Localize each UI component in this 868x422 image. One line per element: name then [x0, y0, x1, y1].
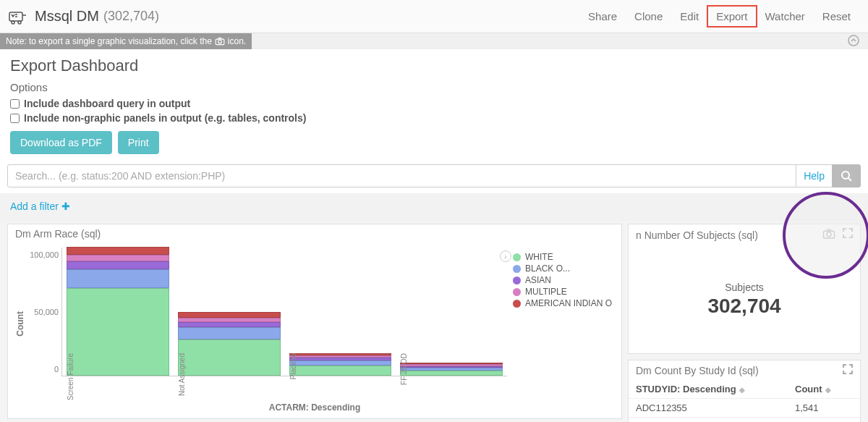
- note-text-suffix: icon.: [228, 36, 246, 46]
- legend-swatch: [513, 253, 521, 261]
- filter-bar: Add a filter ✚: [0, 193, 868, 221]
- search-bar: Help: [0, 164, 868, 193]
- subjects-value: 302,704: [707, 295, 780, 318]
- bar-segment[interactable]: [67, 255, 169, 261]
- legend: › WHITEBLACK O...ASIANMULTIPLEAMERICAN I…: [507, 248, 616, 400]
- ytick: 50,000: [34, 308, 59, 316]
- header-nav: Share Clone Edit Export Watcher Reset: [579, 6, 859, 27]
- bar-segment[interactable]: [67, 269, 169, 288]
- camera-icon: [215, 37, 225, 46]
- col-study-header[interactable]: STUDYID: Descending◆: [636, 384, 795, 394]
- note-bar: Note: to export a single graphic visuali…: [0, 33, 868, 49]
- nav-reset[interactable]: Reset: [814, 6, 859, 27]
- svg-point-2: [18, 21, 21, 24]
- bar-segment[interactable]: [67, 261, 169, 269]
- opt-include-nongraphic-checkbox[interactable]: [10, 114, 20, 123]
- x-tick-label: Not Assigned: [178, 353, 281, 396]
- export-title: Export Dashboard: [10, 56, 858, 75]
- table-row[interactable]: AL11115921,541: [629, 417, 860, 422]
- bar-segment[interactable]: [178, 312, 281, 318]
- nav-watcher[interactable]: Watcher: [757, 6, 814, 27]
- legend-next-icon[interactable]: ›: [500, 250, 511, 262]
- legend-label: AMERICAN INDIAN O...: [525, 298, 613, 308]
- expand-icon[interactable]: [843, 228, 853, 242]
- search-button[interactable]: [832, 164, 861, 187]
- plot-area: Screen FailureNot AssignedPlaceboFF 25 O…: [61, 248, 507, 376]
- bar-segment[interactable]: [178, 327, 281, 339]
- y-axis-label: Count: [14, 311, 27, 337]
- legend-item[interactable]: AMERICAN INDIAN O...: [513, 298, 613, 308]
- dashboard-icon: [9, 9, 27, 25]
- legend-swatch: [513, 300, 521, 308]
- svg-line-8: [848, 178, 851, 181]
- legend-label: ASIAN: [525, 275, 551, 285]
- opt-include-query-checkbox[interactable]: [10, 99, 20, 109]
- options-label: Options: [10, 81, 858, 93]
- search-icon: [841, 170, 852, 182]
- dashboard-body: Dm Arm Race (sql) Count 100,000 50,000 0…: [0, 221, 868, 422]
- export-panel: Export Dashboard Options Include dashboa…: [0, 49, 868, 164]
- collapse-icon[interactable]: [848, 35, 859, 48]
- svg-point-7: [842, 172, 849, 179]
- print-button[interactable]: Print: [118, 131, 159, 154]
- legend-item[interactable]: MULTIPLE: [513, 287, 613, 297]
- legend-label: MULTIPLE: [525, 287, 567, 297]
- svg-point-6: [848, 35, 859, 46]
- legend-label: WHITE: [525, 252, 553, 262]
- bar-segment[interactable]: [67, 247, 169, 255]
- table-row[interactable]: ADC1123551,541: [629, 398, 860, 417]
- cell-study: ADC112355: [636, 402, 795, 413]
- help-link[interactable]: Help: [796, 164, 832, 187]
- panel-table-title: Dm Count By Study Id (sql): [636, 365, 843, 376]
- bar-segment[interactable]: [178, 322, 281, 327]
- sort-icon: ◆: [739, 386, 745, 394]
- legend-swatch: [513, 288, 521, 296]
- ytick: 100,000: [30, 250, 59, 259]
- panel-dm-arm-race: Dm Arm Race (sql) Count 100,000 50,000 0…: [7, 224, 622, 419]
- x-tick-label: FF 25 OD: [400, 353, 503, 385]
- table-header: STUDYID: Descending◆ Count◆: [629, 380, 860, 398]
- plus-icon: ✚: [61, 201, 70, 212]
- ytick: 0: [54, 365, 59, 374]
- camera-icon[interactable]: [822, 228, 835, 242]
- add-filter-label: Add a filter: [10, 201, 59, 212]
- nav-clone[interactable]: Clone: [626, 6, 671, 27]
- opt-include-nongraphic[interactable]: Include non-graphic panels in output (e.…: [10, 112, 858, 124]
- svg-point-10: [827, 232, 831, 237]
- legend-item[interactable]: BLACK O...: [513, 263, 613, 274]
- opt-include-query[interactable]: Include dashboard query in output: [10, 98, 858, 109]
- record-count: (302,704): [103, 9, 159, 24]
- export-note: Note: to export a single graphic visuali…: [0, 33, 252, 49]
- panel-chart-title: Dm Arm Race (sql): [15, 228, 614, 240]
- download-pdf-button[interactable]: Download as PDF: [10, 131, 112, 154]
- x-tick-label: Screen Failure: [67, 353, 169, 400]
- svg-point-5: [218, 40, 221, 43]
- app-header: Mssql DM (302,704) Share Clone Edit Expo…: [0, 0, 868, 33]
- page-title: Mssql DM: [35, 8, 99, 25]
- cell-count: 1,541: [795, 402, 853, 413]
- legend-item[interactable]: WHITE: [513, 252, 613, 262]
- sort-icon: ◆: [825, 386, 831, 394]
- x-tick-label: Placebo: [289, 353, 392, 379]
- subjects-label: Subjects: [725, 282, 764, 293]
- legend-label: BLACK O...: [525, 263, 570, 274]
- nav-edit[interactable]: Edit: [671, 6, 707, 27]
- search-input[interactable]: [7, 164, 796, 187]
- y-ticks: 100,000 50,000 0: [27, 248, 61, 400]
- opt-include-query-label: Include dashboard query in output: [24, 98, 190, 109]
- legend-swatch: [513, 277, 521, 284]
- nav-export[interactable]: Export: [707, 6, 756, 27]
- x-axis-label: ACTARM: Descending: [8, 402, 621, 416]
- add-filter-link[interactable]: Add a filter ✚: [10, 201, 70, 212]
- panel-study-table: Dm Count By Study Id (sql) STUDYID: Desc…: [628, 360, 861, 422]
- chart: Count 100,000 50,000 0 Screen FailureNot…: [8, 243, 621, 402]
- svg-point-1: [12, 21, 14, 24]
- expand-icon[interactable]: [843, 364, 853, 376]
- note-text-prefix: Note: to export a single graphic visuali…: [6, 36, 212, 46]
- opt-include-nongraphic-label: Include non-graphic panels in output (e.…: [24, 112, 306, 124]
- nav-share[interactable]: Share: [579, 6, 626, 27]
- panel-subjects-title: n Number Of Subjects (sql): [636, 229, 822, 241]
- panel-subjects: n Number Of Subjects (sql): [628, 224, 861, 354]
- legend-item[interactable]: ASIAN: [513, 275, 613, 285]
- col-count-header[interactable]: Count◆: [795, 384, 853, 394]
